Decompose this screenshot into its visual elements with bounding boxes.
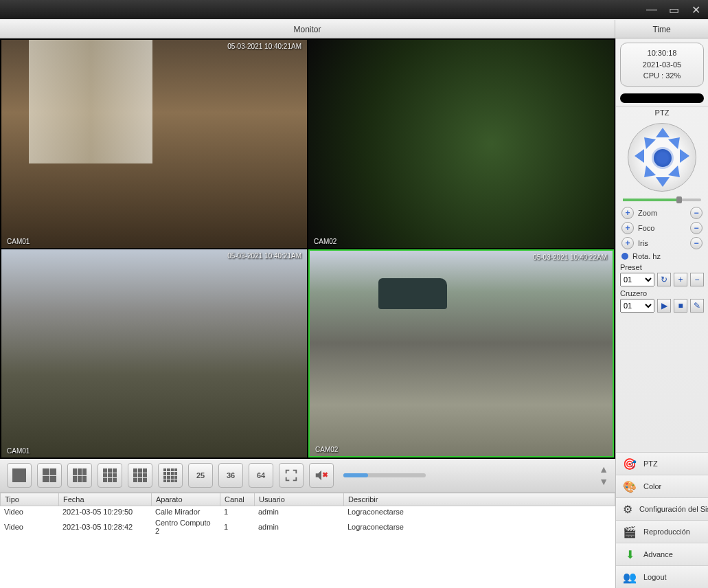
color-icon: 🎨 (623, 479, 637, 493)
camera-label: CAM01 (7, 447, 30, 455)
preset-label: Preset (616, 262, 708, 271)
menu-logout[interactable]: 👥 Logout (616, 565, 708, 588)
menu-ptz[interactable]: 🎯 PTZ (616, 452, 708, 475)
layout-6-button[interactable] (67, 463, 92, 488)
focus-label: Foco (638, 224, 686, 232)
mute-button[interactable] (309, 463, 334, 488)
clock-date: 2021-03-05 (622, 59, 702, 71)
download-icon: ⬇ (623, 547, 637, 561)
camera-timestamp: 05-03-2021 10:40:22AM (533, 253, 607, 261)
camera-label: CAM02 (315, 446, 338, 453)
ptz-upleft-button[interactable] (639, 132, 656, 148)
iris-label: Iris (638, 239, 686, 247)
cruise-stop-button[interactable]: ■ (674, 299, 687, 313)
tab-time[interactable]: Time (615, 20, 708, 38)
zoom-in-button[interactable]: + (621, 207, 634, 219)
preset-add-button[interactable]: + (674, 273, 687, 286)
ptz-section-title: PTZ (616, 106, 708, 119)
ptz-wheel (628, 123, 696, 192)
camera-feed-1[interactable]: 05-03-2021 10:40:21AM CAM01 (1, 40, 307, 248)
ptz-speed-slider[interactable] (623, 199, 701, 201)
scroll-down-button[interactable]: ▼ (599, 476, 608, 487)
users-icon: 👥 (623, 570, 637, 584)
log-col-user[interactable]: Usuario (255, 493, 344, 506)
iris-close-button[interactable]: − (690, 237, 703, 249)
gear-icon: ⚙ (623, 502, 632, 516)
layout-64-button[interactable]: 64 (249, 463, 273, 488)
log-row[interactable]: Video 2021-03-05 10:28:42 Centro Computo… (0, 517, 615, 536)
menu-playback[interactable]: 🎬 Reproducción (616, 520, 708, 543)
camera-label: CAM02 (314, 238, 336, 245)
log-col-device[interactable]: Aparato (152, 493, 220, 506)
camera-feed-2[interactable]: CAM02 (308, 40, 614, 248)
maximize-button[interactable]: ▭ (667, 3, 681, 16)
camera-grid: 05-03-2021 10:40:21AM CAM01 CAM02 05-03-… (0, 38, 615, 459)
cruise-label: Cruzero (616, 288, 708, 297)
titlebar: — ▭ ✕ (0, 0, 708, 19)
menu-config[interactable]: ⚙ Configuración del Sistema (616, 497, 708, 520)
clock-panel: 10:30:18 2021-03-05 CPU : 32% (620, 43, 704, 87)
scroll-up-button[interactable]: ▲ (599, 464, 608, 475)
top-tabs: Monitor Time (0, 19, 708, 38)
camera-label: CAM01 (7, 238, 30, 245)
ptz-downleft-button[interactable] (639, 165, 656, 181)
zoom-out-button[interactable]: − (690, 207, 703, 219)
rotation-radio[interactable] (621, 253, 628, 260)
tab-monitor[interactable]: Monitor (0, 20, 615, 38)
ptz-left-button[interactable] (635, 149, 644, 163)
cruise-edit-button[interactable]: ✎ (690, 299, 704, 313)
focus-out-button[interactable]: − (690, 222, 703, 234)
log-col-describe[interactable]: Describir (344, 493, 615, 506)
minimize-button[interactable]: — (645, 3, 659, 16)
log-row[interactable]: Video 2021-03-05 10:29:50 Calle Mirador … (0, 506, 615, 517)
menu-advance[interactable]: ⬇ Advance (616, 543, 708, 565)
film-icon: 🎬 (623, 525, 637, 539)
cpu-usage: CPU : 32% (622, 70, 702, 82)
camera-feed-3[interactable]: 05-03-2021 10:40:21AM CAM01 (1, 249, 307, 457)
layout-36-button[interactable]: 36 (218, 463, 243, 488)
ptz-up-button[interactable] (656, 128, 670, 137)
event-log: Tipo Fecha Aparato Canal Usuario Describ… (0, 492, 615, 588)
camera-feed-4[interactable]: 05-03-2021 10:40:22AM CAM02 (308, 249, 614, 457)
preset-remove-button[interactable]: − (690, 273, 704, 286)
menu-color[interactable]: 🎨 Color (616, 475, 708, 497)
preset-goto-button[interactable]: ↻ (657, 273, 671, 286)
clock-time: 10:30:18 (622, 47, 702, 59)
cruise-play-button[interactable]: ▶ (657, 299, 671, 313)
layout-toolbar: 25 36 64 ▲ ▼ (0, 459, 615, 492)
rotation-label: Rota. hz (632, 252, 703, 260)
ptz-downright-button[interactable] (668, 165, 685, 181)
ptz-right-button[interactable] (680, 149, 689, 163)
layout-4-button[interactable] (37, 463, 62, 488)
log-col-channel[interactable]: Canal (220, 493, 255, 506)
zoom-label: Zoom (638, 209, 686, 217)
ptz-down-button[interactable] (656, 177, 670, 187)
layout-8-button[interactable] (98, 463, 122, 488)
cruise-select[interactable]: 01 (620, 299, 654, 313)
status-bar (620, 93, 704, 103)
log-col-type[interactable]: Tipo (1, 493, 59, 506)
preset-select[interactable]: 01 (620, 273, 654, 286)
ptz-upright-button[interactable] (668, 132, 685, 148)
layout-16-button[interactable] (158, 463, 183, 488)
ptz-icon: 🎯 (623, 457, 637, 471)
layout-25-button[interactable]: 25 (188, 463, 213, 488)
volume-slider[interactable] (343, 473, 426, 477)
layout-1-button[interactable] (7, 463, 32, 488)
iris-open-button[interactable]: + (621, 237, 634, 249)
focus-in-button[interactable]: + (621, 222, 634, 234)
ptz-center-button[interactable] (652, 147, 674, 169)
right-panel: 10:30:18 2021-03-05 CPU : 32% PTZ + Zoom… (615, 38, 708, 588)
close-button[interactable]: ✕ (689, 3, 703, 16)
log-col-date[interactable]: Fecha (59, 493, 152, 506)
camera-timestamp: 05-03-2021 10:40:21AM (227, 43, 301, 50)
camera-timestamp: 05-03-2021 10:40:21AM (227, 252, 301, 260)
layout-9-button[interactable] (128, 463, 152, 488)
fullscreen-button[interactable] (279, 463, 304, 488)
